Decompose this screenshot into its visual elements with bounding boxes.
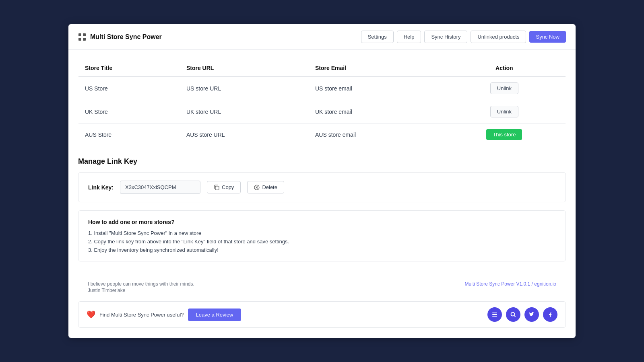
app-title: Multi Store Sync Power [90,33,162,41]
store-url-cell: US store URL [180,76,309,100]
store-action-cell: This store [443,123,566,146]
store-action-cell: Unlink [443,100,566,123]
store-title-cell: US Store [78,76,180,100]
delete-button[interactable]: Delete [247,181,284,193]
this-store-button[interactable]: This store [486,129,522,140]
copy-label: Copy [222,184,234,190]
list-social-icon[interactable] [487,307,502,322]
store-url-cell: UK store URL [180,100,309,123]
table-body: US StoreUS store URLUS store emailUnlink… [78,76,566,146]
link-key-input[interactable] [120,181,200,194]
store-table: Store Title Store URL Store Email Action… [78,60,566,146]
svg-rect-8 [492,316,497,317]
table-header: Store Title Store URL Store Email Action [78,60,566,77]
store-url-cell: AUS store URL [180,123,309,146]
link-key-label: Link Key: [88,184,114,191]
delete-label: Delete [262,184,277,190]
how-to-step: 2. Copy the link key from above into the… [88,239,556,245]
svg-rect-7 [492,314,497,315]
how-to-step: 1. Install "Multi Store Sync Power" in a… [88,230,556,236]
social-icons [487,307,557,322]
store-action-cell: Unlink [443,76,566,100]
svg-rect-3 [83,38,86,41]
brand: Multi Store Sync Power [78,33,162,41]
col-store-url: Store URL [180,60,309,77]
table-header-row: Store Title Store URL Store Email Action [78,60,566,77]
leave-review-button[interactable]: Leave a Review [188,309,242,321]
footer-author: Justin Timberlake [88,288,194,293]
svg-rect-1 [83,33,86,36]
how-to-list: 1. Install "Multi Store Sync Power" in a… [88,230,556,253]
header-nav: Settings Help Sync History Unlinked prod… [361,31,566,43]
facebook-social-icon[interactable] [543,307,557,322]
manage-link-key-title: Manage Link Key [78,157,566,166]
brand-icon [78,33,86,41]
how-to-card: How to add one or more stores? 1. Instal… [78,210,566,261]
review-left: ❤️ Find Multi Store Sync Power useful? L… [87,309,241,321]
footer-version-link[interactable]: Multi Store Sync Power V1.0.1 / egnition… [465,281,556,287]
copy-button[interactable]: Copy [207,181,241,193]
col-store-email: Store Email [309,60,443,77]
store-email-cell: AUS store email [309,123,443,146]
help-button[interactable]: Help [397,31,421,43]
app-container: Multi Store Sync Power Settings Help Syn… [68,24,576,338]
sync-now-button[interactable]: Sync Now [529,31,566,43]
link-key-card: Link Key: Copy Delete [78,172,566,202]
col-action: Action [443,60,566,77]
unlink-button[interactable]: Unlink [490,82,518,94]
store-email-cell: US store email [309,76,443,100]
table-row: AUS StoreAUS store URLAUS store emailThi… [78,123,566,146]
heart-icon: ❤️ [87,310,95,319]
twitter-social-icon[interactable] [524,307,539,322]
svg-rect-4 [215,186,219,190]
review-bar: ❤️ Find Multi Store Sync Power useful? L… [78,301,566,328]
footer-quote: I believe people can move things with th… [88,281,194,287]
footer-left: I believe people can move things with th… [88,281,194,293]
how-to-step: 3. Enjoy the inventory being synchronize… [88,247,556,253]
store-title-cell: UK Store [78,100,180,123]
store-title-cell: AUS Store [78,123,180,146]
store-email-cell: UK store email [309,100,443,123]
how-to-title: How to add one or more stores? [88,219,556,225]
table-row: US StoreUS store URLUS store emailUnlink [78,76,566,100]
svg-rect-0 [78,33,81,36]
main-content: Store Title Store URL Store Email Action… [68,50,576,301]
delete-icon [254,185,260,190]
svg-rect-6 [492,313,497,313]
sync-history-button[interactable]: Sync History [424,31,467,43]
footer: I believe people can move things with th… [78,273,566,301]
header: Multi Store Sync Power Settings Help Syn… [68,24,576,50]
settings-button[interactable]: Settings [361,31,394,43]
unlinked-products-button[interactable]: Unlinked products [471,31,526,43]
unlink-button[interactable]: Unlink [490,106,518,117]
table-row: UK StoreUK store URLUK store emailUnlink [78,100,566,123]
svg-rect-2 [78,38,81,41]
review-text: Find Multi Store Sync Power useful? [99,312,184,318]
search-social-icon[interactable] [506,307,520,322]
copy-icon [214,185,219,190]
col-store-title: Store Title [78,60,180,77]
